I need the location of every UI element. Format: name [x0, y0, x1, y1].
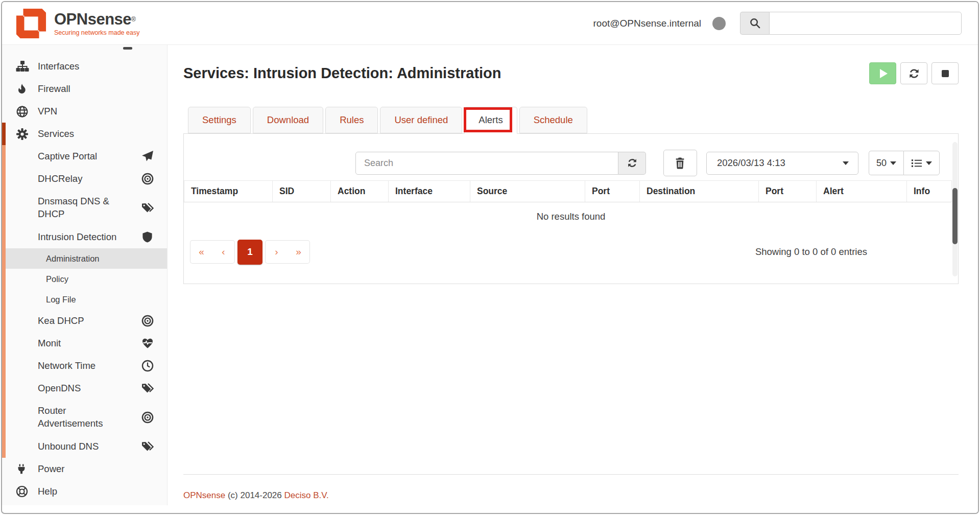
tab-user-defined[interactable]: User defined — [380, 107, 462, 133]
sidebar-item-intrusion-detection[interactable]: Intrusion Detection — [2, 226, 167, 248]
tags-icon — [141, 202, 154, 214]
trash-icon — [674, 156, 686, 170]
caret-down-icon — [843, 161, 849, 165]
stop-icon — [942, 70, 949, 77]
tab-bar: Settings Download Rules User defined Ale… — [183, 107, 959, 133]
main-content: Services: Intrusion Detection: Administr… — [168, 45, 978, 514]
sidebar-item-firewall[interactable]: Firewall — [2, 78, 167, 100]
column-header-destination[interactable]: Destination — [640, 181, 759, 202]
scrollbar-thumb[interactable] — [952, 188, 958, 244]
shield-icon — [141, 231, 154, 243]
list-icon — [911, 158, 922, 168]
pagination-prev-button[interactable]: ‹ — [212, 240, 235, 264]
tab-schedule[interactable]: Schedule — [519, 107, 587, 133]
tags-icon — [141, 382, 154, 394]
column-header-port-dst[interactable]: Port — [759, 181, 817, 202]
column-header-interface[interactable]: Interface — [389, 181, 470, 202]
pagination-last-button[interactable]: » — [288, 240, 310, 264]
grid-search — [355, 152, 646, 175]
page-size-dropdown[interactable]: 50 — [869, 151, 903, 175]
sidebar-item-interfaces[interactable]: Interfaces — [2, 55, 167, 78]
column-header-source[interactable]: Source — [470, 181, 585, 202]
sidebar-nav: Interfaces Firewall VPN — [2, 45, 168, 514]
caret-down-icon — [890, 161, 896, 165]
top-header: OPNsense® Securing networks made easy ro… — [2, 2, 978, 45]
sidebar-item-power[interactable]: Power — [2, 458, 167, 480]
globe-icon — [16, 105, 29, 118]
sitemap-icon — [16, 60, 29, 73]
tab-download[interactable]: Download — [253, 107, 323, 133]
sidebar-item-administration[interactable]: Administration — [2, 248, 167, 269]
stop-service-button[interactable] — [931, 62, 959, 84]
clipped-menu-item — [123, 47, 132, 50]
service-actions — [869, 62, 959, 84]
start-service-button[interactable] — [869, 62, 896, 84]
deciso-link[interactable]: Deciso B.V. — [284, 490, 329, 500]
sidebar-item-dnsmasq[interactable]: Dnsmasq DNS & DHCP — [2, 190, 167, 226]
tab-alerts[interactable]: Alerts — [464, 107, 517, 134]
logged-in-user: root@OPNsense.internal — [593, 18, 702, 29]
column-header-alert[interactable]: Alert — [817, 181, 907, 202]
sidebar-item-services[interactable]: Services — [2, 123, 167, 145]
panel-scrollbar — [952, 142, 958, 276]
brand-logo[interactable]: OPNsense® Securing networks made easy — [15, 8, 139, 39]
column-header-timestamp[interactable]: Timestamp — [184, 181, 273, 202]
grid-toolbar: 2026/03/13 4:13 50 — [184, 134, 958, 180]
alerts-table: Timestamp SID Action Interface Source Po… — [184, 180, 952, 202]
table-header-row: Timestamp SID Action Interface Source Po… — [184, 181, 952, 202]
results-count-info: Showing 0 to 0 of 0 entries — [755, 246, 867, 258]
search-refresh-button[interactable] — [618, 152, 646, 175]
sidebar-item-captive-portal[interactable]: Captive Portal — [2, 145, 167, 168]
sidebar-item-kea-dhcp[interactable]: Kea DHCP — [2, 310, 167, 332]
pagination-next-button[interactable]: › — [265, 240, 288, 264]
column-header-port-src[interactable]: Port — [585, 181, 640, 202]
global-search-input[interactable] — [769, 12, 962, 35]
brand-tagline: Securing networks made easy — [54, 29, 139, 36]
sidebar-item-router-advertisements[interactable]: Router Advertisements — [2, 400, 167, 435]
sidebar-item-dhcrelay[interactable]: DHCRelay — [2, 168, 167, 190]
search-icon — [740, 12, 769, 35]
column-header-sid[interactable]: SID — [273, 181, 331, 202]
opnsense-logo-icon — [15, 8, 47, 39]
sidebar-item-vpn[interactable]: VPN — [2, 100, 167, 123]
fire-icon — [16, 82, 29, 96]
gear-icon — [16, 127, 29, 141]
refresh-icon — [627, 157, 638, 169]
clock-icon — [141, 360, 154, 372]
grid-search-input[interactable] — [355, 152, 618, 175]
refresh-icon — [908, 67, 920, 80]
pagination-page-1-button[interactable]: 1 — [237, 240, 262, 265]
registered-mark: ® — [131, 16, 136, 23]
tags-icon — [141, 440, 154, 453]
play-icon — [880, 69, 888, 78]
column-header-action[interactable]: Action — [331, 181, 389, 202]
global-search — [740, 12, 962, 35]
alert-time-filter-dropdown[interactable]: 2026/03/13 4:13 — [706, 152, 858, 175]
page-footer: OPNsense (c) 2014-2026 Deciso B.V. — [183, 474, 959, 501]
alerts-panel: 2026/03/13 4:13 50 — [183, 133, 959, 284]
life-ring-icon — [16, 485, 29, 498]
sidebar-item-network-time[interactable]: Network Time — [2, 355, 167, 377]
copyright-text: (c) 2014-2026 — [228, 490, 282, 500]
sidebar-item-unbound-dns[interactable]: Unbound DNS — [2, 435, 167, 458]
column-header-info[interactable]: Info — [907, 181, 952, 202]
restart-service-button[interactable] — [900, 62, 927, 84]
sidebar-item-policy[interactable]: Policy — [2, 269, 167, 289]
paper-plane-icon — [141, 150, 154, 162]
clear-alerts-button[interactable] — [663, 150, 697, 176]
empty-results-message: No results found — [184, 202, 958, 231]
sidebar-item-monit[interactable]: Monit — [2, 332, 167, 355]
tab-settings[interactable]: Settings — [188, 107, 251, 133]
column-chooser-dropdown[interactable] — [903, 151, 940, 175]
pagination-first-button[interactable]: « — [190, 240, 212, 264]
opnsense-app: OPNsense® Securing networks made easy ro… — [1, 1, 979, 514]
plug-icon — [16, 462, 29, 476]
page-title: Services: Intrusion Detection: Administr… — [183, 65, 501, 82]
sidebar-item-log-file[interactable]: Log File — [2, 289, 167, 310]
tab-rules[interactable]: Rules — [325, 107, 378, 133]
opnsense-link[interactable]: OPNsense — [183, 490, 225, 500]
sidebar-item-help[interactable]: Help — [2, 480, 167, 503]
bullseye-icon — [141, 411, 154, 424]
pagination-row: « ‹ 1 › » Showing 0 to 0 of 0 entries — [184, 231, 958, 273]
sidebar-item-opendns[interactable]: OpenDNS — [2, 377, 167, 400]
